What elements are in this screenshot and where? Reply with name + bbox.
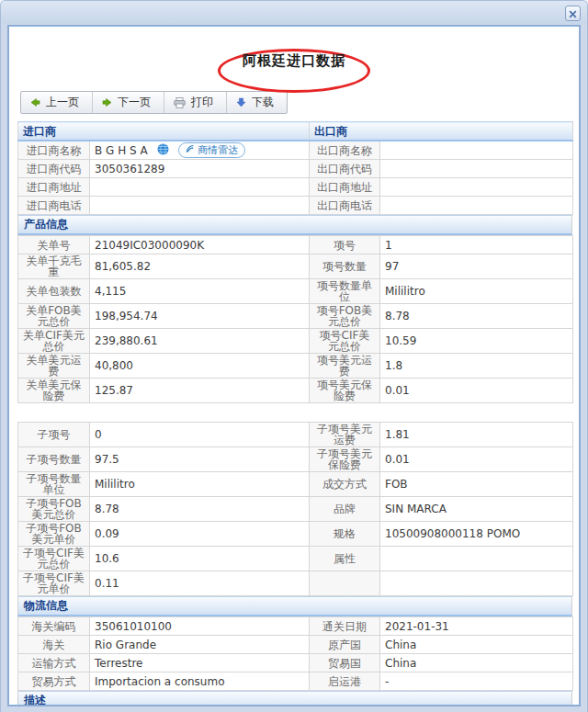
logistics-table: 海关编码 35061010100 通关日期 2021-01-31 海关 Rio … [17, 616, 573, 691]
field-label: 项号美元保险费 [310, 379, 380, 403]
table-row: 关单美元运费 40,800 项号美元运费 1.8 [18, 354, 573, 379]
field-label: 子项号 [18, 423, 90, 447]
description-section-header: 描述 [17, 691, 572, 706]
field-label: 项号 [310, 236, 380, 254]
table-row: 关单CIF美元总价 239,880.61 项号CIF美元总价 10.59 [18, 329, 573, 354]
field-label: 项号美元运费 [310, 354, 380, 379]
field-value: 0.09 [90, 522, 310, 547]
radar-icon [186, 144, 195, 156]
table-row: 子项号CIF美元总价 10.6 属性 [18, 547, 573, 571]
field-value: 10500908000118 POMO [380, 522, 573, 547]
spacer [17, 403, 572, 422]
close-icon [569, 5, 577, 22]
field-label: 出口商名称 [310, 141, 380, 160]
field-label: 关单美元运费 [18, 354, 90, 379]
field-label: 成交方式 [310, 472, 380, 497]
arrow-right-icon [102, 97, 112, 107]
field-value: 97 [380, 254, 573, 279]
toolbar: 上一页 下一页 打印 下载 [20, 91, 288, 114]
field-label: 贸易方式 [18, 672, 90, 691]
field-value: 8.78 [90, 497, 310, 522]
field-value: 0.01 [380, 447, 573, 472]
field-label: 运输方式 [18, 654, 90, 672]
table-row: 关单号 21049IC03000090K 项号 1 [18, 236, 573, 254]
field-value: 125.87 [90, 379, 310, 403]
field-label [310, 571, 380, 596]
field-value: - [380, 672, 573, 691]
product-table-a: 关单号 21049IC03000090K 项号 1 关单千克毛重 81,605.… [17, 235, 573, 403]
table-row: 子项号 0 子项号美元运费 1.81 [18, 423, 573, 447]
importer-section-header: 进口商 [18, 122, 310, 141]
field-label: 进口商代码 [18, 160, 90, 178]
page-title: 阿根廷进口数据 [243, 52, 345, 70]
table-row: 进口商名称 B G H S A 商情雷达 出口商名称 [18, 141, 573, 160]
table-row: 子项号FOB美元总价 8.78 品牌 SIN MARCA [18, 497, 573, 522]
arrow-down-icon [236, 97, 246, 107]
prev-page-button[interactable]: 上一页 [21, 92, 93, 113]
next-page-button[interactable]: 下一页 [93, 92, 164, 113]
field-value: 0.11 [90, 571, 310, 596]
prev-page-label: 上一页 [46, 95, 79, 110]
print-button[interactable]: 打印 [164, 92, 227, 113]
field-label: 品牌 [310, 497, 380, 522]
table-row: 关单FOB美元总价 198,954.74 项号FOB美元总价 8.78 [18, 304, 573, 329]
field-value: 239,880.61 [90, 329, 310, 354]
download-button[interactable]: 下载 [227, 92, 287, 113]
field-value [90, 197, 310, 215]
field-label: 子项号FOB美元单价 [18, 522, 90, 547]
field-label: 规格 [310, 522, 380, 547]
field-value [380, 141, 573, 160]
field-label: 子项号CIF美元总价 [18, 547, 90, 571]
field-value: FOB [380, 472, 573, 497]
field-value: 21049IC03000090K [90, 236, 310, 254]
table-row: 关单千克毛重 81,605.82 项号数量 97 [18, 254, 573, 279]
field-label: 项号FOB美元总价 [310, 304, 380, 329]
field-value: 10.59 [380, 329, 573, 354]
field-label: 出口商地址 [310, 178, 380, 197]
field-label: 关单包装数 [18, 279, 90, 304]
field-label: 属性 [310, 547, 380, 571]
field-value [380, 547, 573, 571]
field-label: 出口商代码 [310, 160, 380, 178]
field-value: SIN MARCA [380, 497, 573, 522]
field-value: 1.81 [380, 423, 573, 447]
field-label: 子项号数量 [18, 447, 90, 472]
field-label: 原产国 [310, 636, 380, 654]
table-row: 进口商代码 3050361289 出口商代码 [18, 160, 573, 178]
field-label: 进口商电话 [18, 197, 90, 215]
field-label: 项号CIF美元总价 [310, 329, 380, 354]
table-row: 贸易方式 Importacion a consumo 启运港 - [18, 672, 573, 691]
table-row: 进口商地址 出口商地址 [18, 178, 573, 197]
table-row: 海关 Rio Grande 原产国 China [18, 636, 573, 654]
field-value [380, 178, 573, 197]
download-label: 下载 [252, 95, 274, 110]
printer-icon [174, 97, 186, 108]
field-value [380, 571, 573, 596]
field-label: 项号数量单位 [310, 279, 380, 304]
print-label: 打印 [191, 95, 213, 110]
field-value: 81,605.82 [90, 254, 310, 279]
close-button[interactable] [565, 6, 581, 21]
field-value: Mililitro [380, 279, 573, 304]
globe-icon[interactable] [157, 143, 169, 157]
product-table-b: 子项号 0 子项号美元运费 1.81 子项号数量 97.5 子项号美元保险费 0… [17, 422, 573, 596]
field-label: 进口商地址 [18, 178, 90, 197]
title-area: 阿根廷进口数据 [9, 27, 579, 84]
field-label: 启运港 [310, 672, 380, 691]
table-row: 进口商电话 出口商电话 [18, 197, 573, 215]
field-value: 3050361289 [90, 160, 310, 178]
field-label: 海关 [18, 636, 90, 654]
table-row: 关单美元保险费 125.87 项号美元保险费 0.01 [18, 379, 573, 403]
field-label: 关单FOB美元总价 [18, 304, 90, 329]
field-label: 关单CIF美元总价 [18, 329, 90, 354]
next-page-label: 下一页 [118, 95, 151, 110]
field-value: 1.8 [380, 354, 573, 379]
field-label: 子项号美元保险费 [310, 447, 380, 472]
field-label: 贸易国 [310, 654, 380, 672]
field-label: 海关编码 [18, 617, 90, 636]
exporter-section-header: 出口商 [310, 122, 573, 141]
business-radar-badge[interactable]: 商情雷达 [178, 142, 245, 158]
table-row: 关单包装数 4,115 项号数量单位 Mililitro [18, 279, 573, 304]
field-value: 8.78 [380, 304, 573, 329]
field-label: 子项号CIF美元单价 [18, 571, 90, 596]
